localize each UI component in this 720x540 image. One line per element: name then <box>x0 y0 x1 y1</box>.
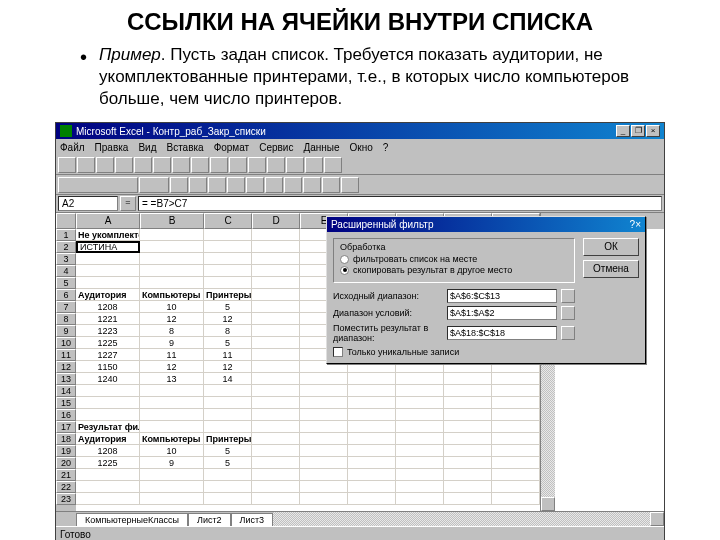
cell[interactable] <box>252 445 300 457</box>
cell[interactable]: 1150 <box>76 361 140 373</box>
maximize-button[interactable]: ❐ <box>631 125 645 137</box>
cell[interactable] <box>348 481 396 493</box>
toolbar-button[interactable] <box>115 157 133 173</box>
cell[interactable] <box>76 397 140 409</box>
cell[interactable]: 8 <box>204 325 252 337</box>
cell[interactable] <box>492 481 540 493</box>
cell[interactable] <box>444 469 492 481</box>
toolbar-button[interactable] <box>248 157 266 173</box>
menu-help[interactable]: ? <box>383 142 389 153</box>
minimize-button[interactable]: _ <box>616 125 630 137</box>
cell[interactable]: 12 <box>204 313 252 325</box>
cell[interactable] <box>204 241 252 253</box>
cell[interactable] <box>396 481 444 493</box>
toolbar-button[interactable] <box>208 177 226 193</box>
cell[interactable] <box>348 409 396 421</box>
cell[interactable] <box>444 385 492 397</box>
cell[interactable] <box>204 397 252 409</box>
cell[interactable] <box>252 277 300 289</box>
cell[interactable] <box>300 397 348 409</box>
cell[interactable] <box>252 373 300 385</box>
toolbar-button[interactable] <box>139 177 169 193</box>
cell[interactable]: 1223 <box>76 325 140 337</box>
sheet-tab[interactable]: КомпьютерныеКлассы <box>76 513 188 526</box>
formula-input[interactable]: = =B7>C7 <box>138 196 662 211</box>
row-header[interactable]: 13 <box>56 373 76 385</box>
cell[interactable] <box>300 421 348 433</box>
cell[interactable] <box>444 445 492 457</box>
cell[interactable]: 12 <box>204 361 252 373</box>
horizontal-scrollbar[interactable] <box>273 512 650 526</box>
menu-tools[interactable]: Сервис <box>259 142 293 153</box>
cell[interactable]: 1208 <box>76 445 140 457</box>
cell[interactable]: 1240 <box>76 373 140 385</box>
cell[interactable] <box>76 409 140 421</box>
cell[interactable] <box>444 397 492 409</box>
row-header[interactable]: 12 <box>56 361 76 373</box>
row-header[interactable]: 17 <box>56 421 76 433</box>
fx-button[interactable]: = <box>120 196 136 211</box>
toolbar-button[interactable] <box>286 157 304 173</box>
col-header[interactable]: D <box>252 213 300 229</box>
cell[interactable] <box>252 241 300 253</box>
menu-file[interactable]: Файл <box>60 142 85 153</box>
cell[interactable]: 1221 <box>76 313 140 325</box>
cell[interactable] <box>396 469 444 481</box>
toolbar-button[interactable] <box>303 177 321 193</box>
cell-selected[interactable]: ИСТИНА <box>76 241 140 253</box>
toolbar-button[interactable] <box>58 157 76 173</box>
cell[interactable] <box>300 493 348 505</box>
cell[interactable] <box>252 409 300 421</box>
toolbar-button[interactable] <box>267 157 285 173</box>
cell[interactable] <box>140 253 204 265</box>
col-header[interactable]: C <box>204 213 252 229</box>
cell[interactable] <box>348 493 396 505</box>
row-header[interactable]: 1 <box>56 229 76 241</box>
cell[interactable] <box>204 277 252 289</box>
select-all-corner[interactable] <box>56 213 76 229</box>
cell[interactable] <box>492 469 540 481</box>
cell[interactable]: Аудитория <box>76 289 140 301</box>
cell[interactable] <box>140 421 204 433</box>
row-header[interactable]: 20 <box>56 457 76 469</box>
cell[interactable]: 12 <box>140 361 204 373</box>
cell[interactable] <box>204 253 252 265</box>
cell[interactable]: 10 <box>140 445 204 457</box>
cell[interactable] <box>252 457 300 469</box>
cell[interactable] <box>300 433 348 445</box>
toolbar-button[interactable] <box>77 157 95 173</box>
cell[interactable] <box>140 385 204 397</box>
cell[interactable]: 5 <box>204 337 252 349</box>
close-button[interactable]: × <box>646 125 660 137</box>
cell[interactable] <box>396 457 444 469</box>
cell[interactable] <box>252 385 300 397</box>
radio-filter-in-place[interactable]: фильтровать список на месте <box>340 254 568 264</box>
cell[interactable] <box>76 481 140 493</box>
cell[interactable] <box>204 229 252 241</box>
cell[interactable] <box>76 493 140 505</box>
cell[interactable] <box>348 457 396 469</box>
cell[interactable]: 10 <box>140 301 204 313</box>
row-header[interactable]: 21 <box>56 469 76 481</box>
cell[interactable] <box>396 397 444 409</box>
cell[interactable] <box>444 421 492 433</box>
cell[interactable] <box>140 277 204 289</box>
scroll-down-button[interactable] <box>541 497 555 511</box>
cell[interactable] <box>252 481 300 493</box>
toolbar-button[interactable] <box>341 177 359 193</box>
range-picker-icon[interactable] <box>561 306 575 320</box>
cell[interactable] <box>396 373 444 385</box>
menu-window[interactable]: Окно <box>350 142 373 153</box>
cell[interactable]: 14 <box>204 373 252 385</box>
toolbar-button[interactable] <box>324 157 342 173</box>
cell[interactable]: 12 <box>140 313 204 325</box>
cell[interactable] <box>252 493 300 505</box>
toolbar-button[interactable] <box>246 177 264 193</box>
cell[interactable] <box>204 481 252 493</box>
cell[interactable] <box>204 409 252 421</box>
toolbar-button[interactable] <box>265 177 283 193</box>
scroll-right-button[interactable] <box>650 512 664 526</box>
cell[interactable] <box>252 229 300 241</box>
cell[interactable] <box>300 385 348 397</box>
cell[interactable] <box>204 421 252 433</box>
